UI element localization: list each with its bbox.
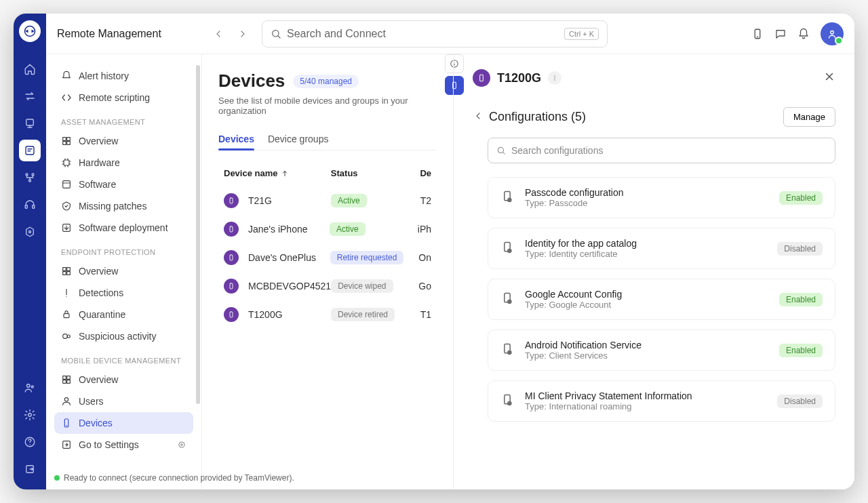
close-button[interactable]: [823, 71, 835, 85]
sidebar-item-quarantine[interactable]: Quarantine: [54, 304, 193, 325]
devices-panel: Devices 5/40 managed See the list of mob…: [202, 54, 453, 489]
rail-flow-icon[interactable]: [19, 167, 41, 188]
config-icon: [500, 190, 514, 206]
sidebar-item-label: Users: [79, 396, 104, 407]
col-device[interactable]: De: [420, 168, 431, 178]
rail-exit-icon[interactable]: [19, 458, 41, 480]
table-row[interactable]: Dave's OnePlus Retire requested On: [218, 243, 437, 272]
rail-help-icon[interactable]: [19, 431, 41, 453]
sidebar-item-hardware[interactable]: Hardware: [54, 152, 193, 174]
col-status[interactable]: Status: [331, 168, 420, 178]
sidebar-item-ep-overview[interactable]: Overview: [54, 260, 193, 282]
device-type: T2: [420, 195, 431, 206]
sidebar-item-label: Overview: [79, 136, 118, 146]
svg-rect-24: [63, 268, 66, 271]
icon-rail: [14, 14, 46, 489]
sidebar-item-go-settings[interactable]: Go to Settings: [54, 434, 193, 456]
config-card[interactable]: MI Client Privacy Statement Information …: [488, 380, 835, 422]
svg-point-29: [63, 334, 68, 339]
config-icon: [500, 393, 514, 409]
status-badge: Active: [331, 194, 367, 207]
sidebar-item-missing-patches[interactable]: Missing patches: [54, 195, 193, 217]
back-button[interactable]: [473, 110, 484, 124]
sidebar-item-devices[interactable]: Devices: [54, 412, 193, 434]
config-card[interactable]: Identity for the app catalog Type: Ident…: [488, 228, 835, 269]
kbd-hint: Ctrl + K: [564, 28, 599, 40]
config-card[interactable]: Google Account Config Type: Google Accou…: [488, 279, 835, 320]
svg-rect-7: [33, 205, 35, 209]
avatar[interactable]: [821, 22, 844, 45]
status-dot-icon: [54, 475, 60, 481]
sidebar-section-asset: ASSET MANAGEMENT: [54, 108, 193, 130]
search-icon: [496, 146, 506, 155]
config-state-badge: Disabled: [777, 242, 823, 256]
config-name: Passcode configuration: [525, 187, 768, 198]
search-placeholder: Search and Connect: [287, 28, 386, 40]
svg-rect-41: [230, 226, 233, 232]
config-search[interactable]: Search configurations: [488, 138, 835, 163]
sidebar-item-label: Go to Settings: [79, 439, 139, 450]
device-icon[interactable]: [751, 28, 764, 40]
device-type: T1: [420, 309, 431, 320]
sidebar-item-alert-history[interactable]: Alert history: [54, 65, 193, 87]
nav-forward-button[interactable]: [232, 23, 254, 45]
status-badge: Active: [330, 222, 366, 236]
sidebar-item-remote-scripting[interactable]: Remote scripting: [54, 87, 193, 108]
config-card[interactable]: Android Notification Service Type: Clien…: [488, 329, 835, 371]
chat-icon[interactable]: [774, 28, 787, 40]
table-row[interactable]: MCBDEVGOP4521 Device wiped Go: [218, 272, 437, 300]
phone-icon: [224, 307, 239, 322]
search-bar[interactable]: Search and Connect Ctrl + K: [262, 20, 608, 47]
svg-rect-6: [25, 205, 27, 209]
svg-rect-28: [64, 314, 69, 318]
rail-headset-icon[interactable]: [19, 194, 41, 216]
sidebar-item-software[interactable]: Software: [54, 174, 193, 195]
svg-point-48: [554, 75, 555, 77]
svg-rect-31: [63, 376, 66, 380]
sidebar-item-software-deployment[interactable]: Software deployment: [54, 217, 193, 239]
manage-button[interactable]: Manage: [783, 107, 835, 127]
table-row[interactable]: T1200G Device retired T1: [218, 300, 437, 329]
sidebar-item-detections[interactable]: Detections: [54, 282, 193, 304]
sidebar-section-mdm: MOBILE DEVICE MANAGEMENT: [54, 347, 193, 369]
config-type: Type: Client Services: [525, 350, 768, 361]
svg-point-8: [29, 231, 31, 233]
svg-rect-22: [63, 181, 71, 188]
rail-swap-icon[interactable]: [19, 85, 41, 107]
config-name: Google Account Config: [525, 289, 768, 300]
tab-devices[interactable]: Devices: [218, 128, 254, 150]
sidebar-item-users[interactable]: Users: [54, 390, 193, 412]
svg-point-35: [64, 398, 68, 401]
device-type: On: [418, 252, 431, 263]
device-name: T1200G: [248, 309, 283, 320]
rail-devices-icon[interactable]: [19, 113, 41, 134]
search-icon: [271, 28, 281, 39]
svg-rect-42: [230, 255, 233, 260]
config-type: Type: Google Account: [525, 300, 768, 310]
header-title: Remote Management: [57, 28, 199, 40]
config-icon: [500, 241, 514, 257]
rail-home-icon[interactable]: [19, 58, 41, 80]
nav-back-button[interactable]: [208, 23, 229, 45]
config-state-badge: Enabled: [779, 293, 823, 306]
svg-rect-27: [67, 272, 71, 275]
status-badge: Device retired: [331, 308, 395, 321]
svg-point-50: [554, 79, 555, 81]
sidebar-item-overview[interactable]: Overview: [54, 130, 193, 152]
table-row[interactable]: T21G Active T2: [218, 186, 437, 215]
rail-hex-icon[interactable]: [19, 221, 41, 243]
tab-device-groups[interactable]: Device groups: [268, 128, 329, 150]
kebab-menu[interactable]: [548, 71, 561, 85]
sidebar-item-mdm-overview[interactable]: Overview: [54, 369, 193, 390]
col-device-name[interactable]: Device name: [224, 168, 331, 178]
sidebar-section-endpoint: ENDPOINT PROTECTION: [54, 239, 193, 260]
rail-people-icon[interactable]: [19, 377, 41, 399]
rail-gear-icon[interactable]: [19, 404, 41, 426]
table-row[interactable]: Jane's iPhone Active iPh: [218, 215, 437, 243]
config-card[interactable]: Passcode configuration Type: Passcode En…: [488, 177, 835, 218]
bell-icon[interactable]: [797, 28, 810, 40]
sidebar-item-suspicious[interactable]: Suspicious activity: [54, 325, 193, 347]
status-badge: Device wiped: [331, 279, 393, 293]
table-header: Device name Status De: [218, 168, 437, 186]
rail-active-icon[interactable]: [19, 140, 41, 161]
